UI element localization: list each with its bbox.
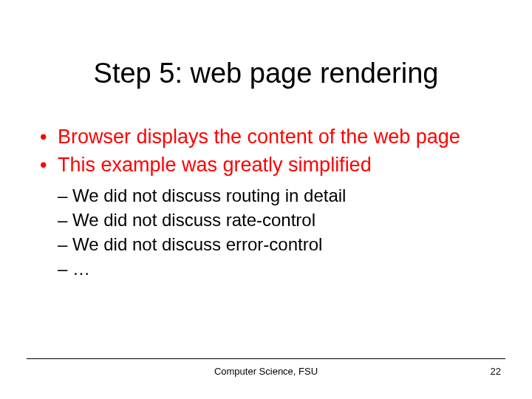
footer-divider xyxy=(27,358,505,359)
bullet-item: This example was greatly simplified xyxy=(35,153,497,178)
slide-title: Step 5: web page rendering xyxy=(0,58,532,89)
sub-bullet-item: We did not discuss rate-control xyxy=(58,208,497,231)
sub-bullet-item: We did not discuss error-control xyxy=(58,233,497,256)
sub-bullet-item: … xyxy=(58,257,497,280)
sub-bullet-list: We did not discuss routing in detail We … xyxy=(35,184,497,281)
footer-text: Computer Science, FSU xyxy=(0,366,532,377)
bullet-item: Browser displays the content of the web … xyxy=(35,125,497,150)
sub-bullet-item: We did not discuss routing in detail xyxy=(58,184,497,207)
slide: Step 5: web page rendering Browser displ… xyxy=(0,0,532,399)
slide-body: Browser displays the content of the web … xyxy=(0,125,532,282)
page-number: 22 xyxy=(491,366,501,377)
